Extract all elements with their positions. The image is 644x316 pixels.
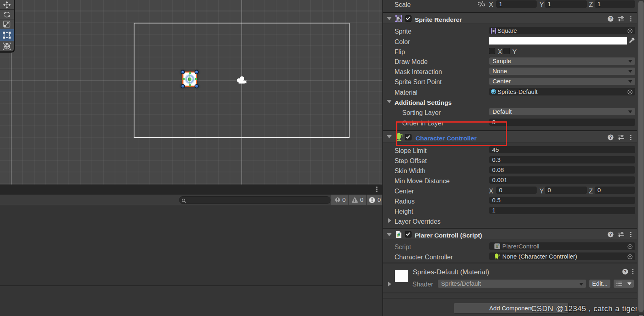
svg-text:?: ? [609,16,612,21]
svg-text:?: ? [609,135,612,140]
svg-text:?: ? [609,232,612,237]
svg-text:?: ? [624,269,626,274]
svg-text:#: # [496,244,499,249]
svg-text:#: # [397,232,400,238]
